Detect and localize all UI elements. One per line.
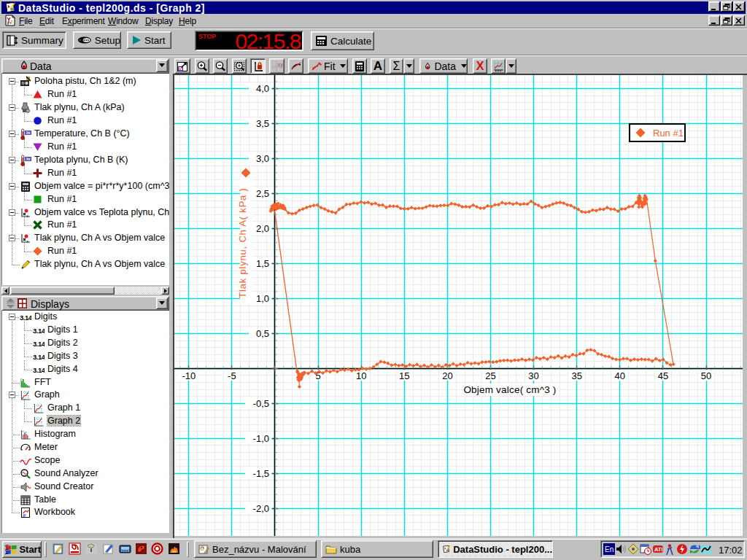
svg-text:50: 50 bbox=[701, 370, 711, 381]
svg-text:xy: xy bbox=[276, 62, 283, 68]
svg-text:2,5: 2,5 bbox=[256, 188, 269, 199]
svg-text:3,5: 3,5 bbox=[256, 118, 269, 129]
svg-text:Objem valce( cm^3 ): Objem valce( cm^3 ) bbox=[463, 384, 556, 395]
svg-text:15: 15 bbox=[399, 370, 409, 381]
svg-text:20: 20 bbox=[442, 370, 452, 381]
svg-text:1,5: 1,5 bbox=[256, 258, 269, 269]
svg-text:3,0: 3,0 bbox=[256, 153, 269, 164]
svg-text:-0,5: -0,5 bbox=[253, 398, 269, 409]
svg-text:KTD: KTD bbox=[26, 158, 31, 161]
svg-text:10: 10 bbox=[356, 370, 366, 381]
svg-text:0,5: 0,5 bbox=[256, 328, 269, 339]
svg-text:25: 25 bbox=[485, 370, 495, 381]
svg-text:40: 40 bbox=[615, 370, 625, 381]
svg-text:Run #1: Run #1 bbox=[653, 128, 684, 139]
svg-text:-1,5: -1,5 bbox=[253, 468, 269, 479]
svg-text:En: En bbox=[605, 545, 614, 553]
svg-text:35: 35 bbox=[571, 370, 581, 381]
svg-text:3.14: 3.14 bbox=[33, 327, 44, 335]
svg-text:-1,0: -1,0 bbox=[253, 433, 269, 444]
svg-text:-5: -5 bbox=[228, 370, 236, 381]
svg-text:KTD: KTD bbox=[26, 131, 31, 135]
svg-text:45: 45 bbox=[658, 370, 668, 381]
svg-text:1,0: 1,0 bbox=[256, 293, 269, 304]
svg-text:30: 30 bbox=[528, 370, 538, 381]
svg-text:Tlak plynu, Ch A( kPa ): Tlak plynu, Ch A( kPa ) bbox=[237, 187, 248, 298]
svg-text:x: x bbox=[26, 214, 28, 218]
svg-text:x: x bbox=[26, 239, 28, 244]
svg-text:3.14: 3.14 bbox=[20, 314, 31, 322]
svg-text:ATI: ATI bbox=[654, 546, 663, 553]
svg-text:3.14: 3.14 bbox=[33, 366, 44, 374]
svg-text:4,0: 4,0 bbox=[256, 83, 269, 94]
svg-text:2,0: 2,0 bbox=[256, 223, 269, 234]
svg-text:-2,0: -2,0 bbox=[253, 503, 269, 514]
svg-text:3.14: 3.14 bbox=[33, 340, 44, 348]
svg-text:-10: -10 bbox=[182, 370, 196, 381]
svg-text:3.14: 3.14 bbox=[33, 353, 44, 361]
